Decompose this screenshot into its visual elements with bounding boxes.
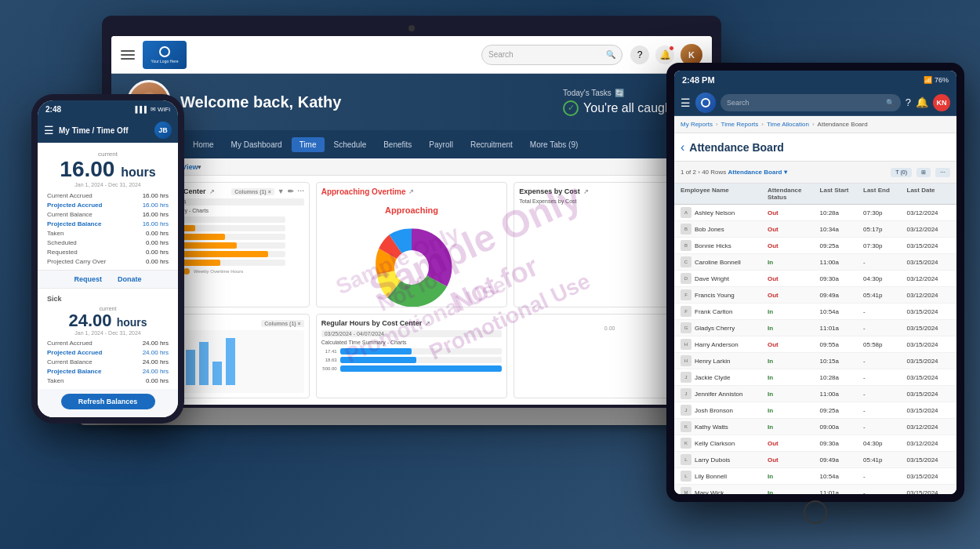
search-icon: 🔍 <box>606 50 615 59</box>
col-last-start[interactable]: Last Start <box>820 187 863 201</box>
phone-user-avatar[interactable]: JB <box>154 122 172 139</box>
svg-rect-6 <box>226 338 235 385</box>
table-row[interactable]: L Lily Bonnell In 10:54a - 03/15/2024 <box>674 468 956 485</box>
nav-benefits[interactable]: Benefits <box>376 137 419 152</box>
donate-button[interactable]: Donate <box>118 275 142 283</box>
attendance-table: Employee Name Attendance Status Last Sta… <box>674 184 956 494</box>
tablet-menu-icon[interactable]: ☰ <box>681 96 691 109</box>
phone-actions: Request Donate <box>38 271 178 289</box>
tablet-help-icon[interactable]: ? <box>906 96 911 108</box>
expand-icon[interactable]: ↗ <box>209 188 215 195</box>
cell-name: K Kelly Clarkson <box>681 438 768 449</box>
notification-badge <box>669 45 674 51</box>
table-row[interactable]: J Jackie Clyde In 10:28a - 03/15/2024 <box>674 369 956 386</box>
cell-status: Out <box>768 242 820 249</box>
table-row[interactable]: K Kathy Watts In 09:00a - 03/12/2024 <box>674 419 956 435</box>
logo-circle <box>159 46 170 57</box>
columns-button[interactable]: ⊞ <box>916 168 931 177</box>
table-row[interactable]: J Josh Bronson In 09:25a - 03/15/2024 <box>674 402 956 419</box>
nav-time[interactable]: Time <box>292 137 325 152</box>
col-last-date[interactable]: Last Date <box>907 187 950 201</box>
table-row[interactable]: A Ashley Nelson Out 10:28a 07:30p 03/12/… <box>674 205 956 221</box>
col-employee-name[interactable]: Employee Name <box>681 187 768 201</box>
refresh-icon: 🔄 <box>615 89 624 97</box>
table-row[interactable]: J Jennifer Anniston In 11:00a - 03/15/20… <box>674 386 956 402</box>
table-row[interactable]: B Bonnie Hicks Out 09:25a 07:30p 03/15/2… <box>674 238 956 254</box>
cell-last-end: - <box>863 325 906 332</box>
col-attendance-status[interactable]: Attendance Status <box>768 187 820 201</box>
help-icon[interactable]: ? <box>630 45 649 64</box>
sick-title: Sick <box>47 295 169 303</box>
nav-home[interactable]: Home <box>185 137 222 152</box>
phone-content: current 16.00 hours Jan 1, 2024 - Dec 31… <box>38 143 178 417</box>
more-options-button[interactable]: ⋯ <box>935 168 950 177</box>
request-button[interactable]: Request <box>74 275 102 283</box>
pto-row: Projected Accrued 16.00 hrs <box>47 202 169 209</box>
table-row[interactable]: K Kelly Clarkson Out 09:30a 04:30p 03/12… <box>674 435 956 452</box>
breadcrumb-time-reports[interactable]: Time Reports <box>721 121 759 128</box>
cell-last-start: 10:28a <box>820 374 863 381</box>
expand-icon[interactable]: ↗ <box>408 188 414 195</box>
widget-actions: Columns (1) × ▼ ✏ ⋯ <box>231 187 303 195</box>
tablet-logo-inner <box>701 98 710 107</box>
table-row[interactable]: H Harry Anderson Out 09:55a 05:58p 03/15… <box>674 336 956 353</box>
expand-icon[interactable]: ↗ <box>583 188 589 195</box>
cell-last-date: 03/12/2024 <box>907 209 950 216</box>
phone-menu-icon[interactable]: ☰ <box>44 124 54 136</box>
table-row[interactable]: C Caroline Bonnell In 11:00a - 03/15/202… <box>674 254 956 271</box>
sick-rows: Current Accrued 24.00 hrs Projected Accr… <box>47 340 169 384</box>
notification-icon[interactable]: 🔔 <box>655 45 674 64</box>
cell-last-end: - <box>863 391 906 398</box>
breadcrumb-time-allocation[interactable]: Time Allocation <box>767 121 809 128</box>
cell-name: M Mary Wick <box>681 487 768 494</box>
tablet-bell-icon[interactable]: 🔔 <box>916 96 928 108</box>
view-select[interactable]: Attendance Board ▾ <box>728 169 786 176</box>
tablet-search[interactable]: Search 🔍 <box>720 94 901 111</box>
cell-last-start: 09:00a <box>820 424 863 431</box>
expand-icon[interactable]: ↗ <box>425 320 430 327</box>
employee-avatar: J <box>681 388 691 399</box>
table-row[interactable]: L Larry Dubois Out 09:49a 05:41p 03/15/2… <box>674 452 956 468</box>
tablet-user-avatar[interactable]: KN <box>933 94 950 111</box>
cell-last-date: 03/12/2024 <box>907 275 950 282</box>
chart-bar-row: 500.00 <box>321 365 503 372</box>
tablet-topbar-icons: ? 🔔 KN <box>906 94 950 111</box>
nav-my-dashboard[interactable]: My Dashboard <box>223 137 290 152</box>
nav-recruitment[interactable]: Recruitment <box>463 137 521 152</box>
toolbar-right: T (0) ⊞ ⋯ <box>891 168 950 177</box>
filter-button[interactable]: T (0) <box>891 168 912 177</box>
columns-label[interactable]: Columns (1) × <box>231 188 274 195</box>
table-row[interactable]: G Gladys Cherry In 11:01a - 03/15/2024 <box>674 320 956 336</box>
cell-last-start: 11:01a <box>820 325 863 332</box>
pto-row: Projected Balance 16.00 hrs <box>47 220 169 227</box>
table-row[interactable]: D Dave Wright Out 09:30a 04:30p 03/12/20… <box>674 271 956 287</box>
table-row[interactable]: B Bob Jones Out 10:34a 05:17p 03/12/2024 <box>674 221 956 238</box>
more-icon[interactable]: ⋯ <box>297 187 304 195</box>
table-row[interactable]: F Francis Young Out 09:49a 05:41p 03/12/… <box>674 287 956 304</box>
cell-name: H Harry Anderson <box>681 339 768 350</box>
pto-section: current 16.00 hours Jan 1, 2024 - Dec 31… <box>38 143 178 271</box>
employee-avatar: F <box>681 289 691 300</box>
table-row[interactable]: M Mary Wick In 11:01a - 03/15/2024 <box>674 485 956 494</box>
cell-last-date: 03/15/2024 <box>907 391 950 398</box>
pto-row: Current Balance 16.00 hrs <box>47 211 169 218</box>
breadcrumb-my-reports[interactable]: My Reports <box>681 121 713 128</box>
table-body: A Ashley Nelson Out 10:28a 07:30p 03/12/… <box>674 205 956 494</box>
nav-more-tabs[interactable]: More Tabs (9) <box>522 137 586 152</box>
filter-icon[interactable]: ▼ <box>278 187 285 195</box>
search-placeholder: Search <box>488 50 514 59</box>
back-button[interactable]: ‹ <box>681 140 684 155</box>
columns-label[interactable]: Columns (1) × <box>261 320 303 327</box>
table-row[interactable]: H Henry Larkin In 10:15a - 03/15/2024 <box>674 353 956 369</box>
nav-schedule[interactable]: Schedule <box>326 137 375 152</box>
table-row[interactable]: F Frank Carlton In 10:54a - 03/15/2024 <box>674 304 956 320</box>
search-bar[interactable]: Search 🔍 <box>481 45 622 65</box>
col-last-end[interactable]: Last End <box>863 187 906 201</box>
tablet-search-icon: 🔍 <box>886 99 895 107</box>
nav-payroll[interactable]: Payroll <box>421 137 461 152</box>
tablet-home-button[interactable] <box>804 500 827 524</box>
rows-info: 1 of 2 › 40 Rows Attendance Board ▾ <box>681 169 787 176</box>
hamburger-icon[interactable] <box>121 50 135 60</box>
edit-icon[interactable]: ✏ <box>288 187 294 195</box>
refresh-balances-button[interactable]: Refresh Balances <box>61 394 155 409</box>
